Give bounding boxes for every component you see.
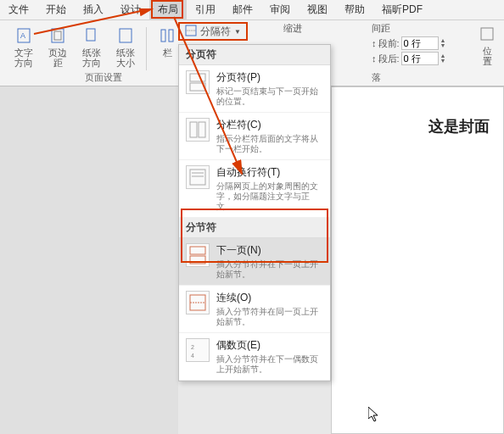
next-page-break-item[interactable]: 下一页(N)插入分节符并在下一页上开始新节。: [179, 238, 330, 286]
even-page-title: 偶数页(E): [216, 338, 323, 353]
paragraph-label: 落: [372, 71, 381, 84]
svg-rect-19: [190, 256, 205, 264]
position-icon: [477, 24, 497, 44]
text-wrap-desc: 分隔网页上的对象周围的文字，如分隔题注文字与正文。: [216, 181, 323, 212]
page-setup-label: 页面设置: [85, 71, 122, 84]
menu-view[interactable]: 视图: [299, 0, 336, 20]
breaks-popup: 分页符 分页符(P)标记一页结束与下一页开始的位置。 分栏符(C)指示分栏符后面…: [178, 44, 331, 381]
page-break-desc: 标记一页结束与下一页开始的位置。: [216, 86, 323, 107]
even-page-break-item[interactable]: 24 偶数页(E)插入分节符并在下一偶数页上开始新节。: [179, 333, 330, 381]
position-button[interactable]: 位置: [476, 22, 498, 66]
continuous-icon: [186, 291, 210, 314]
breaks-icon: [185, 25, 197, 39]
spacing-before-label: 段前:: [378, 37, 400, 50]
text-wrap-title: 自动换行符(T): [216, 165, 323, 180]
menu-layout[interactable]: 布局: [149, 0, 187, 20]
page-break-icon: [186, 70, 210, 94]
menu-file[interactable]: 文件: [0, 0, 37, 20]
margins-button[interactable]: 页边距: [42, 24, 74, 86]
svg-text:A: A: [20, 31, 25, 40]
column-break-desc: 指示分栏符后面的文字将从下一栏开始。: [216, 134, 323, 154]
column-break-icon: [186, 118, 210, 142]
page-break-title: 分页符(P): [216, 70, 323, 85]
mouse-cursor: [368, 407, 382, 424]
page-title: 这是封面: [345, 116, 490, 136]
spacing-after-input[interactable]: [401, 52, 439, 65]
separator: [146, 27, 147, 70]
svg-rect-11: [190, 74, 205, 81]
chevron-down-icon: ▼: [234, 28, 241, 36]
breaks-label: 分隔符: [200, 25, 231, 39]
after-icon: ↕: [372, 53, 377, 64]
margins-icon: [48, 25, 68, 46]
page-break-item[interactable]: 分页符(P)标记一页结束与下一页开始的位置。: [179, 65, 330, 113]
columns-icon: [157, 25, 177, 46]
before-stepper[interactable]: ▲▼: [440, 38, 446, 48]
text-direction-button[interactable]: A 文字方向: [8, 24, 40, 86]
svg-rect-18: [190, 247, 205, 254]
svg-rect-14: [199, 122, 205, 137]
spacing-before-input[interactable]: [401, 36, 439, 50]
menu-review[interactable]: 审阅: [261, 0, 299, 20]
svg-text:4: 4: [191, 353, 194, 359]
menu-insert[interactable]: 插入: [75, 0, 112, 20]
menu-help[interactable]: 帮助: [336, 0, 373, 20]
continuous-desc: 插入分节符并在同一页上开始新节。: [216, 307, 323, 327]
even-page-desc: 插入分节符并在下一偶数页上开始新节。: [216, 354, 323, 375]
next-page-desc: 插入分节符并在下一页上开始新节。: [216, 259, 323, 280]
section-breaks-header: 分节符: [179, 218, 330, 238]
next-page-icon: [186, 243, 210, 267]
spacing-after-label: 段后:: [378, 53, 400, 65]
svg-rect-15: [190, 170, 205, 185]
svg-rect-3: [54, 31, 61, 40]
svg-rect-10: [481, 28, 493, 40]
svg-rect-5: [120, 29, 132, 42]
menu-foxitpdf[interactable]: 福昕PDF: [373, 0, 431, 20]
svg-rect-7: [169, 30, 173, 42]
svg-text:2: 2: [191, 344, 194, 350]
size-icon: [115, 25, 136, 46]
document-page[interactable]: 这是封面: [331, 86, 504, 434]
page-breaks-header: 分页符: [179, 45, 330, 65]
menu-references[interactable]: 引用: [187, 0, 224, 20]
after-stepper[interactable]: ▲▼: [440, 53, 446, 64]
menu-design[interactable]: 设计: [112, 0, 149, 20]
spacing-label: 间距: [372, 22, 482, 35]
text-wrap-break-item[interactable]: 自动换行符(T)分隔网页上的对象周围的文字，如分隔题注文字与正文。: [179, 160, 330, 218]
indent-label: 缩进: [283, 22, 302, 35]
continuous-title: 连续(O): [216, 291, 323, 305]
text-wrap-icon: [186, 165, 210, 189]
column-break-item[interactable]: 分栏符(C)指示分栏符后面的文字将从下一栏开始。: [179, 113, 330, 160]
svg-rect-6: [161, 30, 165, 42]
column-break-title: 分栏符(C): [216, 118, 323, 132]
text-direction-icon: A: [14, 25, 34, 46]
before-icon: ↕: [372, 38, 377, 48]
menu-home[interactable]: 开始: [37, 0, 75, 20]
svg-rect-13: [190, 122, 197, 137]
svg-rect-12: [190, 83, 205, 91]
menu-mailings[interactable]: 邮件: [224, 0, 261, 20]
next-page-title: 下一页(N): [216, 243, 323, 258]
left-pane: [0, 86, 178, 434]
orientation-icon: [81, 25, 102, 46]
svg-rect-2: [52, 29, 64, 42]
svg-rect-4: [87, 29, 95, 41]
continuous-break-item[interactable]: 连续(O)插入分节符并在同一页上开始新节。: [179, 286, 330, 333]
even-page-icon: 24: [186, 338, 210, 362]
breaks-dropdown[interactable]: 分隔符 ▼: [178, 22, 248, 41]
